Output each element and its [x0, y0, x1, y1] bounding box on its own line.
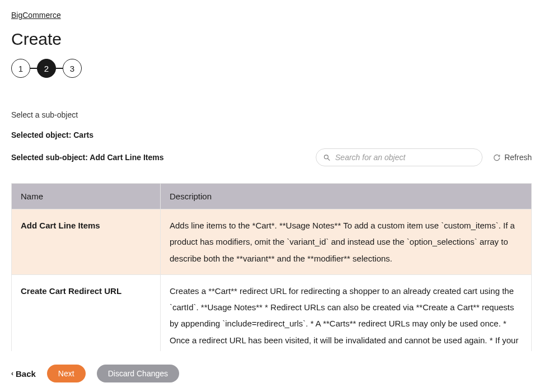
- table-row[interactable]: Create Cart Redirect URL Creates a **Car…: [12, 274, 532, 351]
- refresh-label: Refresh: [504, 153, 532, 162]
- row-description: Adds line items to the *Cart*. **Usage N…: [161, 209, 532, 275]
- subobject-table: Name Description Add Cart Line Items Add…: [11, 183, 532, 351]
- selected-subobject-label: Selected sub-object: Add Cart Line Items: [11, 153, 164, 162]
- table-row[interactable]: Add Cart Line Items Adds line items to t…: [12, 209, 532, 275]
- stepper: 1 2 3: [11, 59, 532, 78]
- search-box[interactable]: [316, 148, 483, 166]
- step-2[interactable]: 2: [37, 59, 56, 78]
- next-button[interactable]: Next: [47, 365, 86, 382]
- svg-point-0: [324, 155, 328, 158]
- search-icon: [323, 153, 331, 162]
- step-1[interactable]: 1: [11, 59, 30, 78]
- page-title: Create: [11, 30, 532, 49]
- selected-object-label: Selected object: Carts: [11, 130, 532, 139]
- step-connector: [30, 68, 37, 69]
- back-button[interactable]: ‹ Back: [11, 369, 36, 379]
- row-name[interactable]: Create Cart Redirect URL: [12, 274, 161, 351]
- instruction-text: Select a sub-object: [11, 110, 532, 119]
- column-header-name[interactable]: Name: [12, 184, 161, 209]
- back-label: Back: [16, 369, 36, 379]
- svg-line-1: [328, 158, 330, 160]
- row-name[interactable]: Add Cart Line Items: [12, 209, 161, 275]
- footer-actions: ‹ Back Next Discard Changes: [11, 365, 532, 382]
- column-header-description[interactable]: Description: [161, 184, 532, 209]
- breadcrumb[interactable]: BigCommerce: [11, 11, 61, 20]
- refresh-icon: [493, 153, 501, 162]
- search-input[interactable]: [335, 153, 475, 162]
- step-3[interactable]: 3: [63, 59, 82, 78]
- discard-button[interactable]: Discard Changes: [97, 365, 179, 382]
- refresh-button[interactable]: Refresh: [493, 153, 532, 162]
- step-connector: [56, 68, 63, 69]
- chevron-left-icon: ‹: [11, 370, 13, 377]
- row-description: Creates a **Cart** redirect URL for redi…: [161, 274, 532, 351]
